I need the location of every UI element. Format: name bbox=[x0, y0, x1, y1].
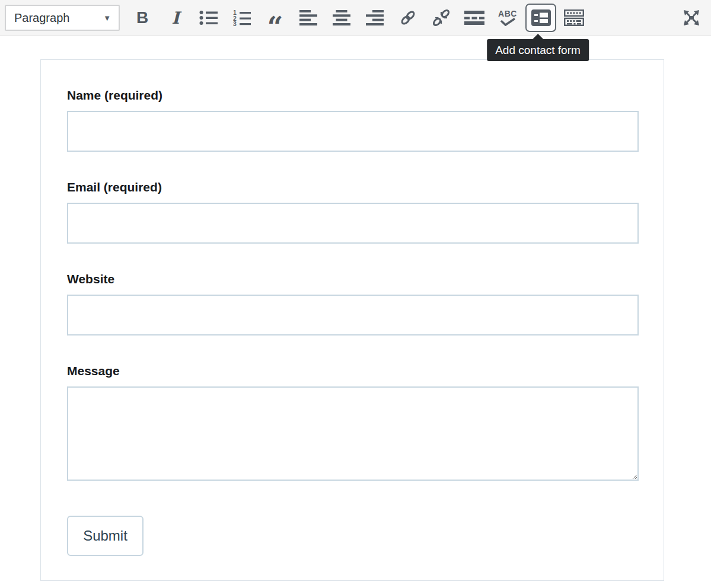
paragraph-format-dropdown[interactable]: Paragraph ▼ bbox=[5, 5, 120, 31]
website-input[interactable] bbox=[67, 295, 639, 335]
numbered-list-icon: 1 2 3 bbox=[232, 9, 251, 26]
name-input[interactable] bbox=[67, 111, 639, 152]
bold-button[interactable]: B bbox=[126, 4, 159, 32]
keyboard-icon bbox=[564, 9, 584, 26]
fullscreen-expand-icon bbox=[682, 8, 701, 27]
spellcheck-checkmark-icon bbox=[499, 18, 516, 26]
align-right-icon bbox=[366, 10, 384, 25]
submit-button[interactable]: Submit bbox=[67, 516, 144, 556]
insert-link-button[interactable] bbox=[391, 4, 425, 32]
message-field-group: Message bbox=[67, 364, 639, 481]
name-field-group: Name (required) bbox=[67, 88, 639, 152]
align-left-button[interactable] bbox=[292, 4, 325, 32]
message-label: Message bbox=[67, 364, 639, 378]
bold-icon: B bbox=[136, 8, 148, 27]
align-center-icon bbox=[333, 10, 350, 25]
blockquote-button[interactable]: “ bbox=[259, 4, 292, 32]
email-field-group: Email (required) bbox=[67, 180, 639, 244]
svg-text:3: 3 bbox=[233, 20, 237, 26]
editor-toolbar: Paragraph ▼ B I 1 2 3 “ bbox=[0, 0, 711, 36]
add-contact-form-tooltip: Add contact form bbox=[487, 39, 589, 61]
more-tag-icon bbox=[464, 10, 484, 25]
italic-icon: I bbox=[171, 8, 179, 28]
message-textarea[interactable] bbox=[67, 386, 639, 481]
name-label: Name (required) bbox=[67, 88, 639, 103]
italic-button[interactable]: I bbox=[159, 4, 192, 32]
toolbar-toggle-button[interactable] bbox=[557, 4, 591, 32]
fullscreen-button[interactable] bbox=[675, 4, 708, 32]
bulleted-list-button[interactable] bbox=[192, 4, 225, 32]
align-center-button[interactable] bbox=[325, 4, 358, 32]
tooltip-text: Add contact form bbox=[495, 44, 581, 56]
chevron-down-icon: ▼ bbox=[103, 14, 111, 23]
unlink-icon bbox=[433, 9, 449, 26]
align-left-icon bbox=[299, 10, 317, 25]
website-field-group: Website bbox=[67, 272, 639, 335]
numbered-list-button[interactable]: 1 2 3 bbox=[225, 4, 259, 32]
insert-more-tag-button[interactable] bbox=[458, 4, 491, 32]
add-contact-form-button[interactable] bbox=[525, 4, 556, 32]
format-dropdown-value: Paragraph bbox=[14, 11, 69, 25]
link-icon bbox=[400, 9, 416, 26]
email-label: Email (required) bbox=[67, 180, 639, 194]
remove-link-button[interactable] bbox=[425, 4, 458, 32]
website-label: Website bbox=[67, 272, 639, 286]
email-input[interactable] bbox=[67, 203, 639, 244]
align-right-button[interactable] bbox=[358, 4, 391, 32]
editor-content-area: Name (required) Email (required) Website… bbox=[0, 59, 711, 581]
contact-form-preview: Name (required) Email (required) Website… bbox=[40, 59, 664, 581]
bulleted-list-icon bbox=[199, 9, 218, 26]
spellcheck-button[interactable]: ABC bbox=[491, 4, 524, 32]
spellcheck-abc-label: ABC bbox=[498, 10, 517, 18]
contact-form-icon bbox=[531, 9, 551, 26]
